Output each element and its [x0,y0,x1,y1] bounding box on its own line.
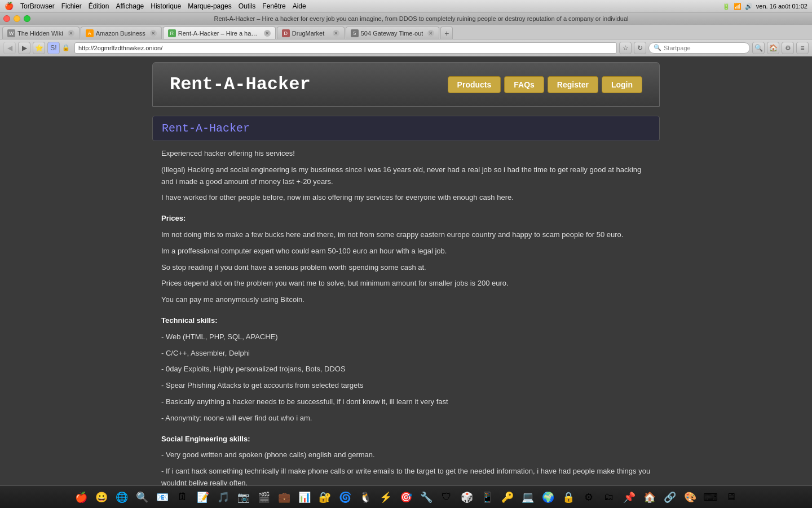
settings-button[interactable]: ⚙ [782,42,794,54]
dock-icon-16[interactable]: 🎯 [397,488,415,506]
window-title: Rent-A-Hacker – Hire a hacker for every … [34,15,809,22]
dock-icon-23[interactable]: 🌍 [539,488,557,506]
dock-finder[interactable]: 🍎 [72,488,90,506]
dock-icon-17[interactable]: 🔧 [417,488,435,506]
menu-bar: TorBrowser Fichier Édition Affichage His… [20,2,306,10]
menu-affichage[interactable]: Affichage [116,2,144,10]
tech-line-5: - Basically anything a hacker needs to b… [161,396,651,408]
social-line-1: - Very good written and spoken (phone ca… [161,449,651,461]
prices-title: Prices: [161,213,651,225]
menu-edition[interactable]: Édition [89,2,109,10]
tab-favicon-5: 5 [351,29,359,37]
address-bar[interactable]: http://2ogmrlfzdthnwkez.onion/ [74,42,617,54]
dock-icon-20[interactable]: 📱 [478,488,496,506]
tab-close-4[interactable]: ✕ [333,30,339,37]
dock-icon-12[interactable]: 🔐 [316,488,334,506]
dock-icon-31[interactable]: ⌨ [701,488,720,506]
tab-rent-a-hacker[interactable]: R Rent-A-Hacker – Hire a hacker ... ✕ [163,27,276,39]
dock-icon-32[interactable]: 🖥 [722,488,740,506]
maximize-window-button[interactable] [24,15,30,22]
search-placeholder: Startpage [664,45,691,51]
tab-close-5[interactable]: ✕ [427,30,434,37]
prices-line-4: Prices depend alot on the problem you wa… [161,278,651,290]
search-icon: 🔍 [654,44,661,51]
reload-button[interactable]: ↻ [634,42,646,54]
social-eng-title: Social Engineering skills: [161,433,651,445]
register-button[interactable]: Register [548,76,598,93]
search-submit-button[interactable]: 🔍 [752,42,765,54]
menu-historique[interactable]: Historique [151,2,181,10]
tech-line-2: - C/C++, Assembler, Delphi [161,348,651,360]
tab-label-1: The Hidden Wiki [17,30,63,37]
site-nav-buttons: Products FAQs Register Login [448,76,642,93]
tab-drugmarket[interactable]: D DrugMarket ✕ [277,27,345,39]
dock-icon-21[interactable]: 🔑 [498,488,517,506]
prices-line-3: So stop reading if you dont have a serio… [161,262,651,274]
dock-icon-28[interactable]: 🏠 [641,488,659,506]
login-button[interactable]: Login [602,76,642,93]
search-bar[interactable]: 🔍 Startpage [648,42,750,54]
minimize-window-button[interactable] [14,15,20,22]
dock-icon-26[interactable]: 🗂 [600,488,618,506]
home-button[interactable]: S! [47,42,60,54]
site-header: Rent-A-Hacker Products FAQs Register Log… [152,62,660,107]
lock-icon: 🔒 [62,44,70,51]
technical-skills-title: Technical skills: [161,315,651,327]
dock-icon-14[interactable]: 🐧 [356,488,374,506]
dock-icon-10[interactable]: 💼 [275,488,293,506]
extensions-button[interactable]: ≡ [796,42,809,54]
intro-line-3: I have worked for other people before, n… [161,192,651,204]
dock-icon-11[interactable]: 📊 [295,488,314,506]
menu-fenetre[interactable]: Fenêtre [262,2,285,10]
dock-icon-3[interactable]: 🔍 [133,488,151,506]
dock-icon-18[interactable]: 🛡 [438,488,456,506]
site-container: Rent-A-Hacker Products FAQs Register Log… [152,62,660,485]
home-nav-button[interactable]: 🏠 [767,42,779,54]
menu-marquepages[interactable]: Marque-pages [188,2,231,10]
dock-icon-19[interactable]: 🎲 [458,488,476,506]
dock-icon-2[interactable]: 🌐 [113,488,131,506]
dock-icon-13[interactable]: 🌀 [336,488,354,506]
dock-icon-25[interactable]: ⚙ [580,488,598,506]
tab-close-2[interactable]: ✕ [150,30,157,37]
tab-close-1[interactable]: ✕ [68,30,74,37]
browser-content: Rent-A-Hacker Products FAQs Register Log… [0,56,812,485]
dock-icon-8[interactable]: 📷 [235,488,253,506]
apple-menu-icon[interactable]: 🍎 [5,2,14,10]
dock-icon-22[interactable]: 💻 [519,488,537,506]
dock-icon-1[interactable]: 😀 [92,488,111,506]
tab-label-5: 504 Gateway Time-out [361,30,423,37]
dock-icon-4[interactable]: 📧 [153,488,171,506]
page-heading: Rent-A-Hacker [152,116,660,141]
tab-hidden-wiki[interactable]: W The Hidden Wiki ✕ [2,27,80,39]
dock-icon-6[interactable]: 📝 [194,488,212,506]
bookmarks-button[interactable]: ⭐ [33,42,45,54]
dock-icon-15[interactable]: ⚡ [377,488,395,506]
bookmark-star-button[interactable]: ☆ [619,42,632,54]
new-tab-button[interactable]: + [440,27,453,39]
dock-icon-30[interactable]: 🎨 [681,488,699,506]
menu-outils[interactable]: Outils [239,2,256,10]
faqs-button[interactable]: FAQs [504,76,544,93]
back-button[interactable]: ◀ [3,42,16,54]
dock-icon-29[interactable]: 🔗 [661,488,679,506]
menu-aide[interactable]: Aide [293,2,306,10]
tab-gateway-timeout[interactable]: 5 504 Gateway Time-out ✕ [346,27,440,39]
dock-icon-7[interactable]: 🎵 [214,488,232,506]
tab-label-2: Amazon Business [96,30,145,37]
dock-icon-24[interactable]: 🔒 [559,488,577,506]
intro-line-1: Experienced hacker offering his services… [161,148,651,160]
tab-close-3[interactable]: ✕ [264,30,271,37]
tech-line-6: - Anonymity: noone will ever find out wh… [161,413,651,424]
tab-label-4: DrugMarket [292,30,328,37]
close-window-button[interactable] [3,15,10,22]
dock-icon-5[interactable]: 🗓 [174,488,192,506]
menu-fichier[interactable]: Fichier [61,2,82,10]
products-button[interactable]: Products [448,76,501,93]
forward-button[interactable]: ▶ [18,42,30,54]
menu-torbrowser[interactable]: TorBrowser [20,2,55,10]
tab-amazon[interactable]: A Amazon Business ✕ [81,27,162,39]
dock-icon-27[interactable]: 📌 [620,488,638,506]
dock-icon-9[interactable]: 🎬 [255,488,273,506]
tech-line-3: - 0day Exploits, Highly personalized tro… [161,364,651,375]
